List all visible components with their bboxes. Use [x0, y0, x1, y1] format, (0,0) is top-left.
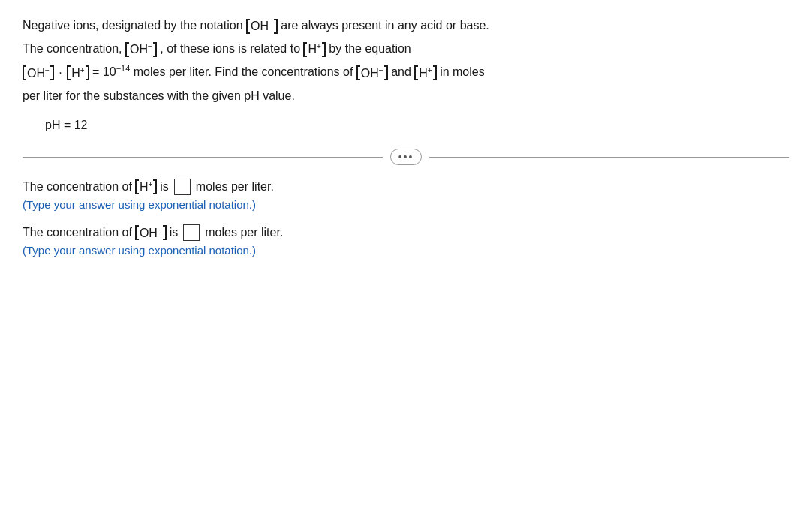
answer2-text2: is: [170, 226, 179, 239]
oh-minus-bracket-3: OH−: [23, 65, 54, 80]
rbracket4: [50, 65, 54, 80]
rbracket6: [384, 65, 388, 80]
page-container: Negative ions, designated by the notatio…: [0, 0, 812, 505]
line1-text2: are always present in any acid or base.: [281, 19, 489, 32]
rbracket: [274, 19, 278, 34]
oh-minus-bracket-4: OH−: [356, 65, 388, 80]
rbracket7: [433, 65, 437, 80]
divider-line-left: [23, 157, 383, 158]
oh-minus-text-answer: OH−: [139, 227, 163, 239]
answer2-hint: (Type your answer using exponential nota…: [23, 244, 789, 257]
minus-sup: −: [269, 19, 273, 27]
answer1-hint: (Type your answer using exponential nota…: [23, 198, 789, 211]
h-plus-text: H+: [307, 43, 321, 56]
answer-row-ohm: The concentration of OH− is moles per li…: [23, 224, 789, 257]
oh-minus-bracket-2: OH−: [125, 42, 157, 57]
minus-sup4: −: [379, 66, 383, 74]
answer1-text3: moles per liter.: [196, 180, 274, 194]
ohm-answer-box[interactable]: [183, 224, 200, 241]
h-plus-bracket-3: H+: [414, 65, 436, 80]
h-plus-bracket-answer: H+: [135, 179, 157, 194]
line2: The concentration, OH− , of these ions i…: [23, 38, 789, 59]
plus-sup2: +: [80, 66, 85, 74]
answer-row-hplus: The concentration of H+ is moles per lit…: [23, 179, 789, 211]
h-plus-text3: H+: [418, 67, 432, 80]
exponent-minus14: −14: [116, 64, 131, 73]
answer2-line: The concentration of OH− is moles per li…: [23, 224, 789, 241]
oh-minus-text3: OH−: [26, 67, 50, 80]
minus-sup-a2: −: [158, 226, 162, 234]
line3-text1: moles per liter. Find the concentrations…: [134, 66, 356, 79]
h-plus-text-answer: H+: [139, 181, 153, 194]
h-plus-bracket-1: H+: [303, 42, 325, 57]
answer2-text1: The concentration of: [23, 226, 132, 239]
line2-text1: The concentration,: [23, 42, 125, 55]
answer2-text3: moles per liter.: [205, 226, 283, 239]
line4: per liter for the substances with the gi…: [23, 86, 789, 106]
rbracket3: [322, 42, 326, 57]
rbracket-a1: [153, 179, 157, 194]
problem-text: Negative ions, designated by the notatio…: [23, 15, 789, 135]
oh-minus-text: OH−: [250, 20, 274, 32]
line2-text2: , of these ions is related to: [160, 42, 303, 55]
line1: Negative ions, designated by the notatio…: [23, 15, 789, 35]
plus-sup-a1: +: [148, 180, 152, 188]
h-plus-bracket-2: H+: [67, 65, 89, 80]
equals-sign: = 10: [92, 66, 116, 79]
line1-text1: Negative ions, designated by the notatio…: [23, 19, 246, 32]
answer-section: The concentration of H+ is moles per lit…: [23, 179, 789, 257]
rbracket-a2: [163, 225, 167, 240]
line3: OH− · H+ = 10−14 moles per liter. Find t…: [23, 62, 789, 83]
plus-sup: +: [317, 42, 321, 50]
divider-dots: •••: [390, 149, 423, 165]
oh-minus-bracket-answer: OH−: [135, 225, 167, 240]
ph-value: pH = 12: [45, 115, 789, 135]
answer1-text1: The concentration of: [23, 180, 132, 194]
hplus-answer-box[interactable]: [174, 179, 191, 195]
minus-sup2: −: [148, 42, 152, 50]
plus-sup3: +: [428, 66, 432, 74]
and-text: and: [391, 66, 414, 79]
dot-operator: ·: [59, 66, 62, 79]
divider: •••: [23, 149, 789, 165]
line3-text2: in moles: [440, 66, 485, 79]
divider-line-right: [429, 157, 789, 158]
oh-minus-text2: OH−: [129, 43, 153, 56]
line2-text3: by the equation: [329, 42, 411, 55]
oh-minus-bracket-1: OH−: [246, 19, 278, 34]
answer1-text2: is: [160, 180, 169, 194]
minus-sup3: −: [45, 66, 50, 74]
rbracket5: [86, 65, 89, 80]
rbracket2: [153, 42, 157, 57]
h-plus-text2: H+: [71, 67, 85, 80]
oh-minus-text4: OH−: [360, 67, 384, 80]
answer1-line: The concentration of H+ is moles per lit…: [23, 179, 789, 195]
